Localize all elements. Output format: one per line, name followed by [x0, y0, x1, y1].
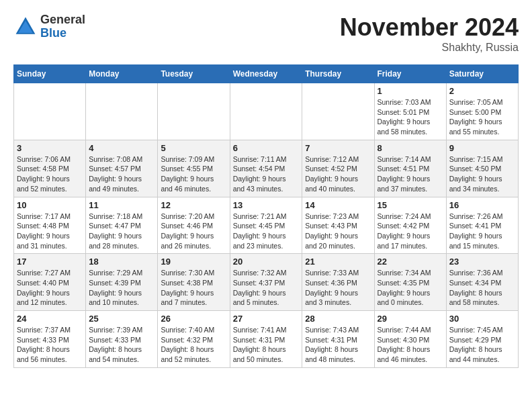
calendar-day-cell: 21Sunrise: 7:33 AM Sunset: 4:36 PM Dayli…	[302, 254, 374, 311]
weekday-header-cell: Friday	[374, 65, 446, 83]
day-number: 1	[378, 86, 443, 96]
calendar-day-cell	[302, 83, 374, 140]
day-number: 29	[378, 314, 443, 324]
day-info: Sunrise: 7:21 AM Sunset: 4:45 PM Dayligh…	[233, 212, 300, 251]
month-title: November 2024	[340, 13, 519, 42]
calendar-day-cell: 2Sunrise: 7:05 AM Sunset: 5:00 PM Daylig…	[446, 83, 518, 140]
day-info: Sunrise: 7:37 AM Sunset: 4:33 PM Dayligh…	[17, 325, 83, 365]
calendar-day-cell	[158, 83, 230, 140]
day-number: 30	[449, 314, 515, 324]
day-info: Sunrise: 7:36 AM Sunset: 4:34 PM Dayligh…	[449, 268, 515, 308]
weekday-header-cell: Thursday	[302, 65, 374, 83]
day-info: Sunrise: 7:18 AM Sunset: 4:47 PM Dayligh…	[89, 212, 154, 251]
day-number: 6	[233, 143, 300, 153]
weekday-header-cell: Wednesday	[230, 65, 302, 83]
calendar-day-cell	[14, 83, 86, 140]
calendar-day-cell: 24Sunrise: 7:37 AM Sunset: 4:33 PM Dayli…	[14, 311, 86, 368]
day-number: 13	[233, 200, 300, 210]
page-header: General Blue November 2024 Shakhty, Russ…	[13, 13, 519, 54]
calendar-day-cell: 18Sunrise: 7:29 AM Sunset: 4:39 PM Dayli…	[86, 254, 158, 311]
calendar-day-cell: 14Sunrise: 7:23 AM Sunset: 4:43 PM Dayli…	[302, 197, 374, 254]
day-info: Sunrise: 7:06 AM Sunset: 4:58 PM Dayligh…	[17, 154, 83, 194]
day-number: 11	[89, 200, 154, 210]
day-info: Sunrise: 7:33 AM Sunset: 4:36 PM Dayligh…	[305, 268, 371, 308]
calendar-week-row: 10Sunrise: 7:17 AM Sunset: 4:48 PM Dayli…	[14, 197, 519, 254]
calendar-day-cell: 23Sunrise: 7:36 AM Sunset: 4:34 PM Dayli…	[446, 254, 518, 311]
day-number: 14	[305, 200, 371, 210]
day-number: 25	[89, 314, 154, 324]
day-number: 5	[161, 143, 226, 153]
day-number: 22	[378, 257, 443, 267]
day-info: Sunrise: 7:08 AM Sunset: 4:57 PM Dayligh…	[89, 154, 154, 194]
day-number: 8	[378, 143, 443, 153]
day-number: 27	[233, 314, 300, 324]
day-info: Sunrise: 7:40 AM Sunset: 4:32 PM Dayligh…	[161, 325, 226, 365]
day-info: Sunrise: 7:12 AM Sunset: 4:52 PM Dayligh…	[305, 154, 371, 194]
day-number: 24	[17, 314, 83, 324]
calendar-day-cell: 15Sunrise: 7:24 AM Sunset: 4:42 PM Dayli…	[374, 197, 446, 254]
day-info: Sunrise: 7:23 AM Sunset: 4:43 PM Dayligh…	[305, 212, 371, 251]
day-info: Sunrise: 7:05 AM Sunset: 5:00 PM Dayligh…	[449, 97, 515, 137]
calendar-day-cell: 1Sunrise: 7:03 AM Sunset: 5:01 PM Daylig…	[374, 83, 446, 140]
calendar-week-row: 1Sunrise: 7:03 AM Sunset: 5:01 PM Daylig…	[14, 83, 519, 140]
day-info: Sunrise: 7:44 AM Sunset: 4:30 PM Dayligh…	[378, 325, 443, 365]
day-number: 12	[161, 200, 226, 210]
calendar-table: SundayMondayTuesdayWednesdayThursdayFrid…	[13, 64, 519, 368]
day-number: 10	[17, 200, 83, 210]
calendar-day-cell: 26Sunrise: 7:40 AM Sunset: 4:32 PM Dayli…	[158, 311, 230, 368]
day-number: 19	[161, 257, 226, 267]
calendar-week-row: 17Sunrise: 7:27 AM Sunset: 4:40 PM Dayli…	[14, 254, 519, 311]
calendar-day-cell: 5Sunrise: 7:09 AM Sunset: 4:55 PM Daylig…	[158, 140, 230, 197]
day-number: 18	[89, 257, 154, 267]
day-info: Sunrise: 7:26 AM Sunset: 4:41 PM Dayligh…	[449, 212, 515, 251]
calendar-day-cell: 4Sunrise: 7:08 AM Sunset: 4:57 PM Daylig…	[86, 140, 158, 197]
calendar-day-cell: 10Sunrise: 7:17 AM Sunset: 4:48 PM Dayli…	[14, 197, 86, 254]
day-info: Sunrise: 7:03 AM Sunset: 5:01 PM Dayligh…	[378, 97, 443, 137]
day-info: Sunrise: 7:34 AM Sunset: 4:35 PM Dayligh…	[378, 268, 443, 308]
calendar-day-cell: 29Sunrise: 7:44 AM Sunset: 4:30 PM Dayli…	[374, 311, 446, 368]
day-info: Sunrise: 7:39 AM Sunset: 4:33 PM Dayligh…	[89, 325, 154, 365]
day-number: 23	[449, 257, 515, 267]
calendar-day-cell: 16Sunrise: 7:26 AM Sunset: 4:41 PM Dayli…	[446, 197, 518, 254]
calendar-day-cell	[230, 83, 302, 140]
logo: General Blue	[13, 13, 85, 40]
calendar-day-cell: 30Sunrise: 7:45 AM Sunset: 4:29 PM Dayli…	[446, 311, 518, 368]
day-number: 3	[17, 143, 83, 153]
day-number: 16	[449, 200, 515, 210]
day-info: Sunrise: 7:30 AM Sunset: 4:38 PM Dayligh…	[161, 268, 226, 308]
day-number: 7	[305, 143, 371, 153]
calendar-day-cell: 25Sunrise: 7:39 AM Sunset: 4:33 PM Dayli…	[86, 311, 158, 368]
calendar-day-cell: 27Sunrise: 7:41 AM Sunset: 4:31 PM Dayli…	[230, 311, 302, 368]
day-info: Sunrise: 7:45 AM Sunset: 4:29 PM Dayligh…	[449, 325, 515, 365]
day-info: Sunrise: 7:15 AM Sunset: 4:50 PM Dayligh…	[449, 154, 515, 194]
day-number: 21	[305, 257, 371, 267]
logo-icon	[13, 15, 38, 39]
day-info: Sunrise: 7:32 AM Sunset: 4:37 PM Dayligh…	[233, 268, 300, 308]
day-number: 26	[161, 314, 226, 324]
day-info: Sunrise: 7:41 AM Sunset: 4:31 PM Dayligh…	[233, 325, 300, 365]
calendar-day-cell: 8Sunrise: 7:14 AM Sunset: 4:51 PM Daylig…	[374, 140, 446, 197]
calendar-day-cell: 11Sunrise: 7:18 AM Sunset: 4:47 PM Dayli…	[86, 197, 158, 254]
calendar-day-cell: 7Sunrise: 7:12 AM Sunset: 4:52 PM Daylig…	[302, 140, 374, 197]
weekday-header-row: SundayMondayTuesdayWednesdayThursdayFrid…	[14, 65, 519, 83]
calendar-day-cell: 13Sunrise: 7:21 AM Sunset: 4:45 PM Dayli…	[230, 197, 302, 254]
day-info: Sunrise: 7:27 AM Sunset: 4:40 PM Dayligh…	[17, 268, 83, 308]
calendar-day-cell: 28Sunrise: 7:43 AM Sunset: 4:31 PM Dayli…	[302, 311, 374, 368]
weekday-header-cell: Monday	[86, 65, 158, 83]
calendar-day-cell: 6Sunrise: 7:11 AM Sunset: 4:54 PM Daylig…	[230, 140, 302, 197]
calendar-day-cell: 20Sunrise: 7:32 AM Sunset: 4:37 PM Dayli…	[230, 254, 302, 311]
day-number: 17	[17, 257, 83, 267]
calendar-body: 1Sunrise: 7:03 AM Sunset: 5:01 PM Daylig…	[14, 83, 519, 368]
weekday-header-cell: Sunday	[14, 65, 86, 83]
weekday-header-cell: Tuesday	[158, 65, 230, 83]
day-number: 2	[449, 86, 515, 96]
day-number: 4	[89, 143, 154, 153]
calendar-day-cell: 9Sunrise: 7:15 AM Sunset: 4:50 PM Daylig…	[446, 140, 518, 197]
day-info: Sunrise: 7:29 AM Sunset: 4:39 PM Dayligh…	[89, 268, 154, 308]
weekday-header-cell: Saturday	[446, 65, 518, 83]
day-info: Sunrise: 7:17 AM Sunset: 4:48 PM Dayligh…	[17, 212, 83, 251]
day-number: 15	[378, 200, 443, 210]
day-number: 28	[305, 314, 371, 324]
calendar-day-cell: 19Sunrise: 7:30 AM Sunset: 4:38 PM Dayli…	[158, 254, 230, 311]
day-info: Sunrise: 7:20 AM Sunset: 4:46 PM Dayligh…	[161, 212, 226, 251]
